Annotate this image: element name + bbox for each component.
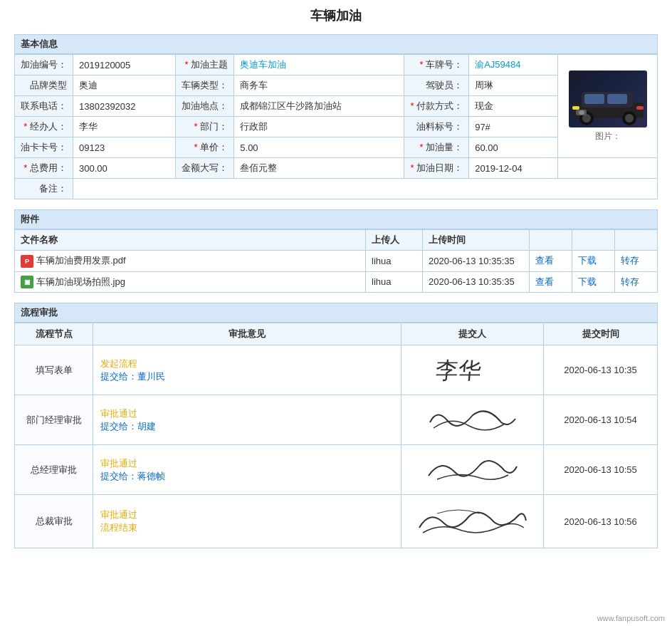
plateno-label: * 车牌号： [404, 55, 469, 75]
image-cell: 图片： [558, 55, 658, 158]
driver-label: 驾驶员： [404, 75, 469, 96]
attachments-table: 文件名称 上传人 上传时间 P车辆加油费用发票.pdf lihua 2020-0… [14, 229, 658, 293]
location-label: 加油地点： [176, 96, 234, 117]
phone-value: 13802392032 [73, 96, 176, 117]
info-row-7: 备注： [15, 179, 658, 199]
svg-point-11 [579, 110, 584, 115]
basic-info-section: 基本信息 加油编号： 2019120005 * 加油主题 奥迪车加油 * 车牌号… [14, 34, 658, 199]
wf-signature [401, 495, 544, 548]
payment-value: 现金 [469, 96, 558, 117]
wf-col-time: 提交时间 [544, 323, 658, 345]
img-icon: ▣ [21, 276, 33, 288]
wf-opinion: 审批通过 提交给：胡建 [93, 395, 401, 445]
unitprice-value: 5.00 [234, 137, 404, 158]
workflow-header: 流程审批 [14, 303, 658, 323]
wf-opinion1: 审批通过 [100, 457, 394, 470]
cardno-label: 油卡卡号： [15, 137, 73, 158]
workflow-row: 部门经理审批 审批通过 提交给：胡建 2020-06-13 10:54 [15, 395, 658, 445]
attach-view-cell: 查看 [530, 251, 572, 272]
car-image [569, 71, 647, 127]
wf-time: 2020-06-13 10:55 [544, 445, 658, 495]
wf-col-node: 流程节点 [15, 323, 93, 345]
view-link[interactable]: 查看 [535, 276, 554, 287]
col-view [530, 230, 572, 251]
fuelmark-label: 油料标号： [404, 117, 469, 137]
workflow-row: 总经理审批 审批通过 提交给：蒋德帧 2020-06-13 10:55 [15, 445, 658, 495]
brand-value: 奥迪 [73, 75, 176, 96]
view-link[interactable]: 查看 [535, 255, 554, 266]
wf-col-submitter: 提交人 [401, 323, 544, 345]
wf-opinion2: 流程结束 [100, 521, 394, 534]
basic-info-table: 加油编号： 2019120005 * 加油主题 奥迪车加油 * 车牌号： 渝AJ… [14, 54, 658, 199]
wf-opinion: 审批通过 提交给：蒋德帧 [93, 445, 401, 495]
pdf-icon: P [21, 255, 33, 268]
wf-col-opinion: 审批意见 [93, 323, 401, 345]
svg-rect-9 [636, 106, 644, 110]
basic-info-header: 基本信息 [14, 34, 658, 54]
fuelamount-value: 60.00 [469, 137, 558, 158]
wf-opinion1: 发起流程 [100, 358, 394, 370]
download-link[interactable]: 下载 [578, 255, 597, 266]
attach-transfer-cell: 转存 [615, 251, 658, 272]
remarks-value [73, 179, 658, 199]
col-download [572, 230, 615, 251]
svg-rect-8 [572, 106, 579, 110]
wf-time: 2020-06-13 10:35 [544, 345, 658, 395]
fuelamount-label: * 加油量： [404, 137, 469, 158]
brand-label: 品牌类型 [15, 75, 73, 96]
totalcost-label: * 总费用： [15, 158, 73, 179]
remarks-label: 备注： [15, 179, 73, 199]
attach-row: P车辆加油费用发票.pdf lihua 2020-06-13 10:35:35 … [15, 251, 658, 272]
page-title: 车辆加油 [14, 7, 658, 24]
location-value: 成都锦江区牛沙路加油站 [234, 96, 404, 117]
svg-point-7 [625, 114, 634, 122]
attach-uploader: lihua [366, 251, 423, 272]
wf-opinion: 审批通过 流程结束 [93, 495, 401, 548]
operator-value: 李华 [73, 117, 176, 137]
dept-label: * 部门： [176, 117, 234, 137]
svg-text:李华: 李华 [434, 358, 482, 383]
attachments-header: 附件 [14, 209, 658, 229]
wf-signature: 李华 [401, 345, 544, 395]
amountchinese-label: 金额大写： [176, 158, 234, 179]
workflow-section: 流程审批 流程节点 审批意见 提交人 提交时间 填写表单 发起流程 提交给：董川… [14, 303, 658, 548]
wf-time: 2020-06-13 10:54 [544, 395, 658, 445]
info-row-1: 加油编号： 2019120005 * 加油主题 奥迪车加油 * 车牌号： 渝AJ… [15, 55, 658, 75]
unitprice-label: * 单价： [176, 137, 234, 158]
workflow-row: 填写表单 发起流程 提交给：董川民 李华 2020-06-13 10:35 [15, 345, 658, 395]
wf-node: 填写表单 [15, 345, 93, 395]
download-link[interactable]: 下载 [578, 276, 597, 287]
transfer-link[interactable]: 转存 [621, 276, 639, 287]
transfer-link[interactable]: 转存 [621, 255, 639, 266]
image-label: 图片： [595, 130, 621, 142]
wf-opinion1: 审批通过 [100, 407, 394, 420]
col-transfer [615, 230, 658, 251]
amountchinese-value: 叁佰元整 [234, 158, 404, 179]
driver-value: 周琳 [469, 75, 558, 96]
fuelno-value: 2019120005 [73, 55, 176, 75]
totalcost-value: 300.00 [73, 158, 176, 179]
wf-opinion2: 提交给：胡建 [100, 420, 394, 433]
car-svg [569, 71, 647, 127]
workflow-table: 流程节点 审批意见 提交人 提交时间 填写表单 发起流程 提交给：董川民 李华 … [14, 323, 658, 548]
wf-opinion: 发起流程 提交给：董川民 [93, 345, 401, 395]
attach-filename: ▣车辆加油现场拍照.jpg [15, 271, 366, 293]
attach-uploadtime: 2020-06-13 10:35:35 [423, 251, 530, 272]
attach-transfer-cell: 转存 [615, 271, 658, 293]
svg-rect-2 [584, 94, 604, 104]
wf-time: 2020-06-13 10:56 [544, 495, 658, 548]
fueltheme-value: 奥迪车加油 [234, 55, 404, 75]
info-row-6: * 总费用： 300.00 金额大写： 叁佰元整 * 加油日期： 2019-12… [15, 158, 658, 179]
wf-opinion2: 提交给：董川民 [100, 370, 394, 383]
attach-uploadtime: 2020-06-13 10:35:35 [423, 271, 530, 293]
col-filename: 文件名称 [15, 230, 366, 251]
required-star2: * [419, 59, 423, 70]
dept-value: 行政部 [234, 117, 404, 137]
plateno-value: 渝AJ59484 [469, 55, 558, 75]
fueldate-value: 2019-12-04 [469, 158, 558, 179]
col-uploadtime: 上传时间 [423, 230, 530, 251]
attach-row: ▣车辆加油现场拍照.jpg lihua 2020-06-13 10:35:35 … [15, 271, 658, 293]
vehicletype-label: 车辆类型： [176, 75, 234, 96]
wf-opinion2: 提交给：蒋德帧 [100, 470, 394, 483]
fueldate-label: * 加油日期： [404, 158, 469, 179]
